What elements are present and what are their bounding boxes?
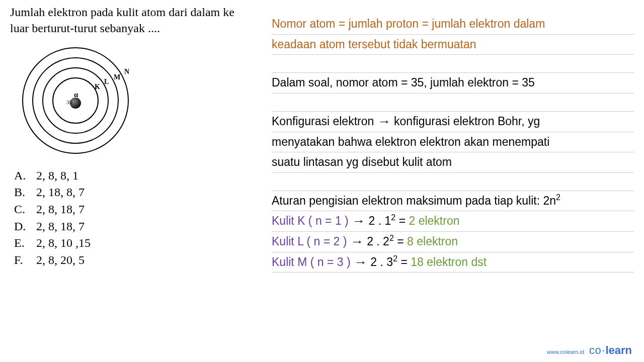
arrow-icon: → [350,233,363,251]
svg-text:35: 35 [66,99,72,105]
option-a: A.2, 8, 8, 1 [14,167,252,185]
exp-kulit-l: Kulit L ( n = 2 ) → 2 . 22 = 8 elektron [272,233,634,252]
svg-text:α: α [74,90,78,99]
option-f: F.2, 8, 20, 5 [14,252,252,269]
empty-line [272,95,634,112]
answer-options: A.2, 8, 8, 1 B.2, 18, 8, 7 C.2, 8, 18, 7… [10,167,252,269]
question-text: Jumlah elektron pada kulit atom dari dal… [10,4,252,37]
empty-line [272,174,634,191]
option-e: E.2, 8, 10 ,15 [14,235,252,252]
arrow-icon: → [354,253,367,272]
footer: www.colearn.id co·learn [547,344,632,357]
question-line-2: luar berturut-turut sebanyak .... [10,22,160,35]
atom-diagram: α 35 K L M N [10,43,252,160]
exp-line-7: Aturan pengisian elektron maksimum pada … [272,192,634,212]
option-b: B.2, 18, 8, 7 [14,184,252,201]
svg-text:L: L [104,78,109,85]
exp-line-5: menyatakan bahwa elektron elektron akan … [272,133,634,153]
svg-text:K: K [95,83,100,90]
exp-kulit-k: Kulit K ( n = 1 ) → 2 . 12 = 2 elektron [272,212,634,232]
exp-kulit-m: Kulit M ( n = 3 ) → 2 . 32 = 18 elektron… [272,253,634,273]
exp-line-6: suatu lintasan yg disebut kulit atom [272,153,634,173]
bohr-model-icon: α 35 K L M N [10,43,141,158]
question-line-1: Jumlah elektron pada kulit atom dari dal… [10,6,234,19]
footer-url: www.colearn.id [547,349,584,355]
exp-line-1: Nomor atom = jumlah proton = jumlah elek… [272,15,634,35]
svg-text:M: M [114,73,120,81]
exp-line-3: Dalam soal, nomor atom = 35, jumlah elek… [272,74,634,94]
svg-text:N: N [124,68,129,75]
question-panel: Jumlah elektron pada kulit atom dari dal… [10,4,252,342]
explanation-panel: Nomor atom = jumlah proton = jumlah elek… [252,4,634,342]
footer-logo: co·learn [589,344,632,357]
arrow-icon: → [377,113,390,131]
arrow-icon: → [352,212,365,230]
empty-line [272,56,634,73]
option-d: D.2, 8, 18, 7 [14,218,252,235]
exp-line-2: keadaan atom tersebut tidak bermuatan [272,36,634,55]
exp-line-4: Konfigurasi elektron → konfigurasi elekt… [272,113,634,132]
option-c: C.2, 8, 18, 7 [14,201,252,218]
